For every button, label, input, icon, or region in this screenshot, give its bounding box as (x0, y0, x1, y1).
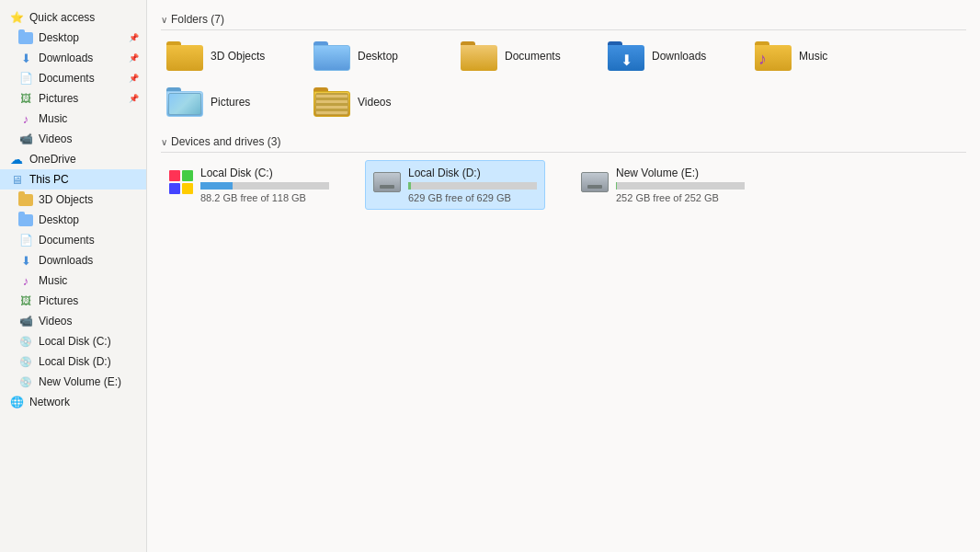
drive-c-bar-fill (200, 182, 233, 190)
drive-c[interactable]: Local Disk (C:) 88.2 GB free of 118 GB (161, 160, 337, 210)
drive-e-label: New Volume (E:) (616, 167, 745, 179)
folder-3dobjects[interactable]: 3D Objects (161, 38, 280, 75)
sidebar-item-diskc[interactable]: 💿 Local Disk (C:) (0, 331, 146, 351)
videos-overlay (315, 93, 348, 115)
pictures-icon: 🖼 (18, 91, 33, 106)
folder-music-icon: ♪ (755, 41, 792, 71)
videos-icon: 📹 (18, 132, 33, 146)
sidebar-item-downloads2[interactable]: ⬇ Downloads (0, 250, 146, 270)
drive-c-label: Local Disk (C:) (200, 167, 329, 179)
sidebar-item-thispc[interactable]: 🖥 This PC (0, 169, 146, 190)
sidebar-item-diskd[interactable]: 💿 Local Disk (D:) (0, 351, 146, 372)
pin-icon: 📌 (129, 33, 139, 42)
sidebar-quick-access[interactable]: ⭐ Quick access (0, 7, 146, 28)
drive-d-label: Local Disk (D:) (408, 167, 537, 179)
folders-section-header[interactable]: ∨ Folders (7) (161, 13, 966, 30)
drive-e-space: 252 GB free of 252 GB (616, 192, 745, 203)
sidebar-item-network[interactable]: 🌐 Network (0, 392, 146, 412)
folder-music[interactable]: ♪ Music (749, 38, 869, 75)
folder-pictures-label: Pictures (211, 96, 250, 109)
sidebar-item-documents[interactable]: 📄 Documents 📌 (0, 68, 146, 88)
disk-d-icon (373, 172, 401, 192)
chevron-down-icon: ∨ (161, 15, 167, 25)
drive-d-info: Local Disk (D:) 629 GB free of 629 GB (408, 167, 537, 203)
drives-section-header[interactable]: ∨ Devices and drives (3) (161, 135, 966, 153)
pin-icon: 📌 (129, 94, 139, 103)
sidebar: ⭐ Quick access Desktop 📌 ⬇ Downloads 📌 📄… (0, 0, 147, 552)
downloads2-icon: ⬇ (18, 253, 33, 268)
folder-desktop[interactable]: Desktop (308, 38, 427, 75)
drive-e-bar (616, 182, 745, 190)
pictures2-icon: 🖼 (18, 293, 33, 308)
pin-icon: 📌 (129, 74, 139, 83)
drive-d-bar-fill (408, 182, 411, 190)
desktop-folder-icon (18, 30, 33, 45)
folders-section-label: Folders (7) (171, 13, 224, 26)
folder-music-label: Music (799, 50, 827, 63)
diske-icon: 💿 (18, 374, 33, 389)
drive-d-bar (408, 182, 537, 190)
folder-desktop-icon (313, 41, 350, 71)
sidebar-item-pictures2[interactable]: 🖼 Pictures (0, 291, 146, 311)
folder-3dobjects-icon (166, 41, 203, 71)
network-icon: 🌐 (9, 395, 24, 409)
folder-downloads-icon: ⬇ (608, 41, 644, 71)
drives-grid: Local Disk (C:) 88.2 GB free of 118 GB L… (161, 160, 966, 210)
documents-icon: 📄 (18, 71, 33, 86)
folder-documents-label: Documents (505, 50, 561, 63)
sidebar-item-desktop2[interactable]: Desktop (0, 210, 146, 230)
folder-pictures-icon (166, 87, 203, 117)
download-icon: ⬇ (18, 51, 33, 65)
folder-pictures[interactable]: Pictures (161, 84, 280, 121)
sidebar-item-videos2[interactable]: 📹 Videos (0, 311, 146, 331)
drive-e-bar-fill (616, 182, 617, 190)
folder-3dobjects-label: 3D Objects (211, 50, 265, 63)
drive-e-info: New Volume (E:) 252 GB free of 252 GB (616, 167, 745, 203)
sidebar-item-onedrive[interactable]: ☁ OneDrive (0, 149, 146, 169)
folder-videos-label: Videos (358, 96, 391, 109)
onedrive-icon: ☁ (9, 152, 24, 167)
sidebar-item-videos[interactable]: 📹 Videos (0, 129, 146, 149)
disk-e-icon (581, 172, 609, 192)
documents2-icon: 📄 (18, 233, 33, 247)
thispc-icon: 🖥 (9, 172, 24, 187)
windows-icon (169, 170, 193, 194)
drive-d-space: 629 GB free of 629 GB (408, 192, 537, 203)
folder-videos-icon (313, 87, 350, 117)
3dobjects-icon (18, 192, 33, 207)
diskd-icon: 💿 (18, 354, 33, 369)
sidebar-item-pictures[interactable]: 🖼 Pictures 📌 (0, 88, 146, 109)
sidebar-item-music2[interactable]: ♪ Music (0, 270, 146, 291)
sidebar-item-diske[interactable]: 💿 New Volume (E:) (0, 372, 146, 392)
music-icon: ♪ (18, 111, 33, 126)
drive-c-bar (200, 182, 329, 190)
folders-grid: 3D Objects Desktop Documents ⬇ (161, 38, 966, 121)
pin-icon: 📌 (129, 53, 139, 63)
sidebar-item-downloads[interactable]: ⬇ Downloads 📌 (0, 48, 146, 68)
folder-documents[interactable]: Documents (455, 38, 575, 75)
folder-desktop-label: Desktop (358, 50, 398, 63)
drive-e[interactable]: New Volume (E:) 252 GB free of 252 GB (573, 160, 753, 210)
videos2-icon: 📹 (18, 314, 33, 328)
drive-c-info: Local Disk (C:) 88.2 GB free of 118 GB (200, 167, 329, 203)
folder-downloads[interactable]: ⬇ Downloads (602, 38, 722, 75)
chevron-down-icon2: ∨ (161, 137, 167, 147)
sidebar-item-music[interactable]: ♪ Music (0, 109, 146, 129)
music2-icon: ♪ (18, 273, 33, 288)
diskc-icon: 💿 (18, 334, 33, 349)
folder-downloads-label: Downloads (652, 50, 706, 63)
drive-d[interactable]: Local Disk (D:) 629 GB free of 629 GB (365, 160, 545, 210)
main-content: ∨ Folders (7) 3D Objects Desktop (147, 0, 980, 552)
sidebar-item-3dobjects[interactable]: 3D Objects (0, 190, 146, 210)
star-icon: ⭐ (9, 10, 24, 25)
sidebar-item-documents2[interactable]: 📄 Documents (0, 230, 146, 250)
sidebar-item-desktop[interactable]: Desktop 📌 (0, 28, 146, 48)
drive-c-space: 88.2 GB free of 118 GB (200, 192, 329, 203)
drives-section-label: Devices and drives (3) (171, 135, 280, 148)
music-overlay-icon: ♪ (758, 51, 767, 67)
pictures-overlay (168, 93, 201, 115)
desktop2-icon (18, 213, 33, 227)
folder-videos[interactable]: Videos (308, 84, 427, 121)
folder-docs-icon (461, 41, 497, 71)
